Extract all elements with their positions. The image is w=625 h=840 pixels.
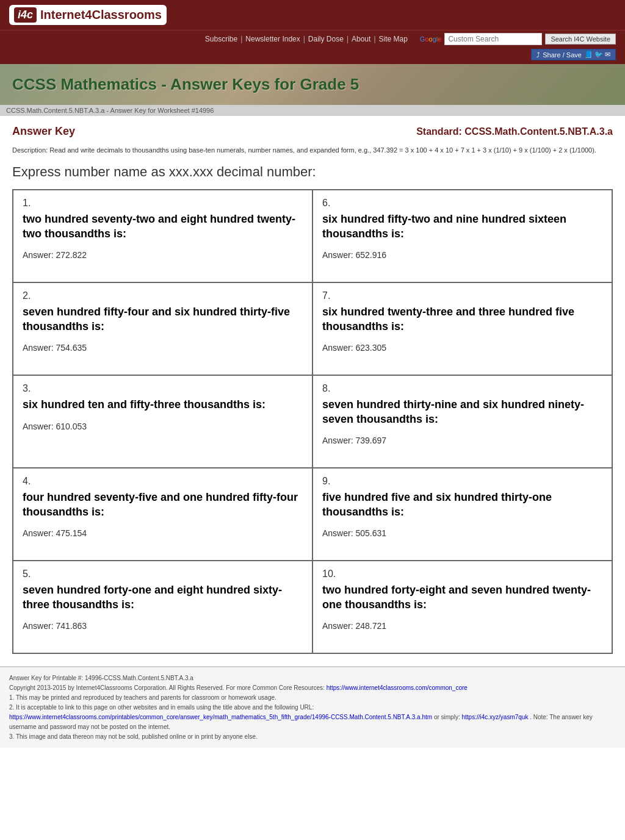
description-text: Description: Read and write decimals to … — [12, 146, 613, 155]
question-cell-2: 2. seven hundred fifty-four and six hund… — [13, 283, 313, 375]
question-number-4: 4. — [23, 476, 303, 487]
breadcrumb: CCSS.Math.Content.5.NBT.A.3.a - Answer K… — [0, 105, 625, 116]
footer-or-text: or simply: — [434, 714, 460, 720]
question-number-9: 9. — [322, 476, 602, 487]
question-text-7: six hundred twenty-three and three hundr… — [322, 305, 602, 334]
question-text-5: seven hundred forty-one and eight hundre… — [23, 583, 303, 612]
answer-key-title: Answer Key — [12, 125, 75, 138]
footer-line2: Copyright 2013-2015 by Internet4Classroo… — [9, 683, 616, 693]
question-number-1: 1. — [23, 198, 303, 209]
question-number-6: 6. — [322, 198, 602, 209]
question-text-1: two hundred seventy-two and eight hundre… — [23, 212, 303, 241]
question-cell-5: 5. seven hundred forty-one and eight hun… — [13, 561, 313, 653]
question-row-2: 2. seven hundred fifty-four and six hund… — [13, 283, 612, 376]
question-answer-7: Answer: 623.305 — [322, 343, 602, 353]
question-answer-5: Answer: 741.863 — [23, 621, 303, 631]
nav-about[interactable]: About — [349, 35, 374, 43]
question-answer-4: Answer: 475.154 — [23, 528, 303, 538]
footer-short-url[interactable]: https://i4c.xyz/yasm7quk — [461, 714, 528, 720]
breadcrumb-link[interactable]: CCSS.Math.Content.5.NBT.A.3.a - Answer K… — [6, 107, 214, 114]
logo-box[interactable]: i4c Internet4Classrooms — [9, 5, 167, 25]
share-label: Share / Save — [543, 51, 582, 59]
question-number-10: 10. — [322, 569, 602, 580]
question-text-4: four hundred seventy-five and one hundre… — [23, 490, 303, 519]
header: i4c Internet4Classrooms — [0, 0, 625, 30]
question-number-5: 5. — [23, 569, 303, 580]
nav-sitemap[interactable]: Site Map — [376, 35, 411, 43]
question-cell-6: 6. six hundred fifty-two and nine hundre… — [313, 190, 612, 282]
footer: Answer Key for Printable #: 14996-CCSS.M… — [0, 666, 625, 748]
footer-line5: https://www.internet4classrooms.com/prin… — [9, 713, 616, 732]
question-number-2: 2. — [23, 290, 303, 301]
footer-common-core-link[interactable]: https://www.internet4classrooms.com/comm… — [327, 684, 468, 691]
question-row-5: 5. seven hundred forty-one and eight hun… — [13, 561, 612, 653]
nav-daily-dose[interactable]: Daily Dose — [305, 35, 347, 43]
question-text-2: seven hundred fifty-four and six hundred… — [23, 305, 303, 334]
express-heading: Express number name as xxx.xxx decimal n… — [12, 164, 613, 180]
share-save-button[interactable]: ⤴ Share / Save 📘 🐦 ✉ — [531, 49, 616, 60]
footer-full-url[interactable]: https://www.internet4classrooms.com/prin… — [9, 714, 432, 720]
question-answer-9: Answer: 505.631 — [322, 528, 602, 538]
question-cell-7: 7. six hundred twenty-three and three hu… — [313, 283, 612, 375]
footer-line4: 2. It is acceptable to link to this page… — [9, 703, 616, 713]
main-content: Answer Key Standard: CCSS.Math.Content.5… — [0, 116, 625, 666]
question-number-8: 8. — [322, 383, 602, 394]
question-text-6: six hundred fifty-two and nine hundred s… — [322, 212, 602, 241]
footer-line1: Answer Key for Printable #: 14996-CCSS.M… — [9, 673, 616, 683]
share-bar: ⤴ Share / Save 📘 🐦 ✉ — [0, 48, 625, 64]
question-answer-3: Answer: 610.053 — [23, 422, 303, 431]
nav-newsletter[interactable]: Newsletter Index — [242, 35, 303, 43]
logo-site-name: Internet4Classrooms — [40, 8, 162, 22]
share-icons: 📘 🐦 ✉ — [584, 51, 610, 59]
nav-subscribe[interactable]: Subscribe — [202, 35, 240, 43]
standard-label: Standard: CCSS.Math.Content.5.NBT.A.3.a — [416, 126, 613, 137]
question-answer-1: Answer: 272.822 — [23, 250, 303, 260]
google-e: e — [438, 35, 441, 43]
question-answer-10: Answer: 248.721 — [322, 621, 602, 631]
footer-line3: 1. This may be printed and reproduced by… — [9, 693, 616, 703]
question-row-3: 3. six hundred ten and fifty-three thous… — [13, 376, 612, 468]
question-cell-1: 1. two hundred seventy-two and eight hun… — [13, 190, 313, 282]
question-answer-8: Answer: 739.697 — [322, 436, 602, 445]
share-icon: ⤴ — [536, 51, 540, 59]
nav-links: Subscribe | Newsletter Index | Daily Dos… — [202, 35, 411, 43]
navbar: Subscribe | Newsletter Index | Daily Dos… — [0, 30, 625, 48]
question-row-1: 1. two hundred seventy-two and eight hun… — [13, 190, 612, 283]
answer-key-header: Answer Key Standard: CCSS.Math.Content.5… — [12, 122, 613, 141]
question-answer-2: Answer: 754.635 — [23, 343, 303, 353]
question-text-9: five hundred five and six hundred thirty… — [322, 490, 602, 519]
search-button[interactable]: Search I4C Website — [545, 34, 616, 45]
search-input[interactable] — [444, 33, 542, 45]
question-number-7: 7. — [322, 290, 602, 301]
question-cell-9: 9. five hundred five and six hundred thi… — [313, 468, 612, 560]
logo-i4c-badge: i4c — [14, 7, 37, 23]
questions-grid: 1. two hundred seventy-two and eight hun… — [12, 189, 613, 654]
question-cell-4: 4. four hundred seventy-five and one hun… — [13, 468, 313, 560]
question-text-3: six hundred ten and fifty-three thousand… — [23, 398, 303, 412]
question-text-10: two hundred forty-eight and seven hundre… — [322, 583, 602, 612]
page-title: CCSS Mathematics - Answer Keys for Grade… — [12, 75, 359, 94]
question-text-8: seven hundred thirty-nine and six hundre… — [322, 398, 602, 426]
question-cell-3: 3. six hundred ten and fifty-three thous… — [13, 376, 313, 467]
question-cell-10: 10. two hundred forty-eight and seven hu… — [313, 561, 612, 653]
search-area: Google Search I4C Website — [420, 33, 616, 45]
hero-banner: CCSS Mathematics - Answer Keys for Grade… — [0, 64, 625, 105]
question-number-3: 3. — [23, 383, 303, 394]
question-answer-6: Answer: 652.916 — [322, 250, 602, 260]
question-cell-8: 8. seven hundred thirty-nine and six hun… — [313, 376, 612, 467]
footer-line6: 3. This image and data thereon may not b… — [9, 732, 616, 742]
question-row-4: 4. four hundred seventy-five and one hun… — [13, 468, 612, 561]
